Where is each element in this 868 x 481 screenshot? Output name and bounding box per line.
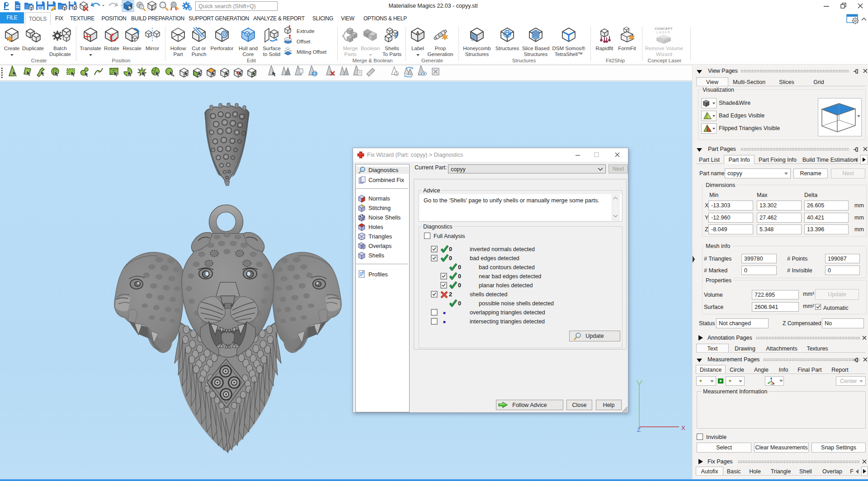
svg-text:CONCEPT: CONCEPT — [655, 27, 673, 31]
svg-text:xyz: xyz — [770, 383, 774, 385]
svg-text:A: A — [416, 30, 420, 36]
svg-text:Z: Z — [637, 426, 641, 433]
svg-text:X: X — [681, 425, 685, 431]
svg-text:LASER: LASER — [656, 31, 670, 34]
